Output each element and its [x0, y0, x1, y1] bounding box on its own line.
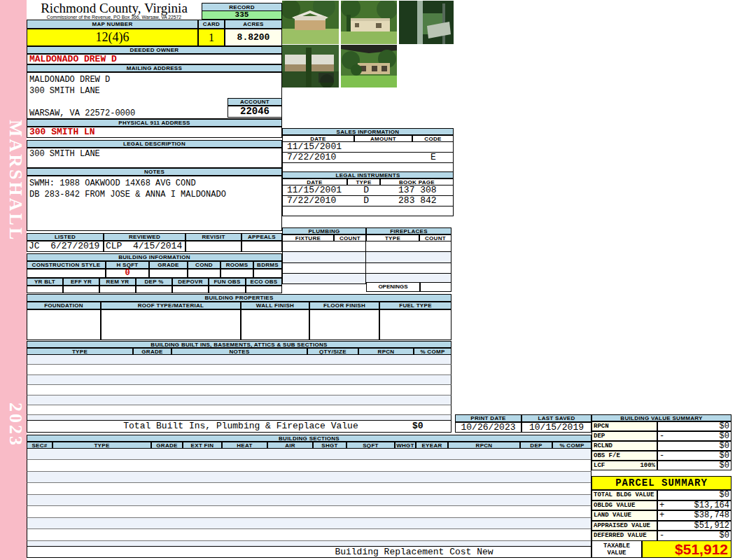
mailing-line: MALDONADO DREW D	[29, 74, 279, 85]
ps-op: +	[659, 511, 664, 520]
construction-style-label: CONSTRUCTION STYLE	[27, 261, 106, 269]
grade-label: GRADE	[149, 261, 188, 269]
empty-row	[27, 405, 451, 415]
ps-label: OBLDG VALUE	[592, 500, 657, 511]
photo-post-closeup[interactable]	[399, 1, 454, 44]
building-properties-title: BUILDING PROPERTIES	[27, 294, 451, 302]
openings-label: OPENINGS	[366, 282, 420, 292]
empty-row	[27, 506, 592, 518]
building-sections-title: BUILDING SECTIONS	[27, 435, 592, 442]
fireplaces-body	[366, 241, 451, 284]
wall-finish-label: WALL FINISH	[241, 302, 309, 309]
building-info-value-row1: 0	[27, 269, 282, 278]
bs-grade-label: GRADE	[151, 442, 183, 449]
photo-grid	[282, 0, 454, 88]
ps-row: APPRAISED VALUE $51,912	[592, 521, 732, 531]
bdrms-label: BDRMS	[253, 261, 282, 269]
bs-sqft-label: SQFT	[346, 442, 395, 449]
ps-row: TOTAL BLDG VALUE $0	[592, 490, 732, 500]
county-header: Richmond County, Virginia Commissioner o…	[28, 1, 200, 20]
empty-row	[283, 241, 365, 252]
deeded-owner-value: MALDONADO DREW D	[27, 54, 282, 64]
review-value-row: JC 6/27/2019 CLP 4/15/2014	[27, 241, 282, 252]
fixture-label: FIXTURE	[282, 234, 334, 241]
bvs-label-cell: LCF 100%	[592, 461, 657, 470]
building-value-summary-table: RPCN $0 DEP - $0 RCLND	[592, 421, 732, 470]
depovr-value	[172, 286, 209, 293]
bvs-label: LCF	[594, 462, 605, 469]
plumbing-body	[282, 241, 366, 284]
map-number-value: 12(4)6	[27, 29, 198, 46]
plumbing-count-label: COUNT	[334, 234, 366, 241]
building-properties-header-row: FOUNDATION ROOF TYPE/MATERIAL WALL FINIS…	[27, 302, 451, 309]
print-date-value: 10/26/2023	[455, 422, 522, 433]
notes-line: DB 283-842 FROM JOSE & ANNA I MALDONADO	[29, 189, 279, 200]
reviewed-value: CLP 4/15/2014	[104, 241, 186, 252]
ps-value-cell: $0	[657, 490, 732, 500]
built-ins-total-row: Total Built Ins, Plumbing & Fireplace Va…	[27, 420, 451, 433]
bi-comp-label: % COMP	[414, 348, 451, 355]
bs-type-label: TYPE	[52, 442, 151, 449]
map-number-label: MAP NUMBER	[27, 20, 198, 29]
rooms-label: ROOMS	[220, 261, 253, 269]
sales-code	[414, 142, 453, 152]
ps-op: +	[659, 501, 664, 510]
taxable-value: $51,912	[642, 540, 732, 558]
li-bookpage: 137 308	[382, 186, 453, 195]
card-value: 1	[198, 29, 225, 46]
empty-row	[283, 252, 365, 263]
property-record-card: MARSHALL 2023 Richmond County, Virginia …	[0, 0, 735, 560]
building-info-header-row2: YR BLT EFF YR REM YR DEP % DEPOVR FUN OB…	[27, 278, 282, 286]
photo-mobile-home[interactable]	[341, 1, 397, 44]
openings-row: OPENINGS	[366, 282, 451, 292]
appeals-label: APPEALS	[241, 233, 282, 241]
bvs-row: OBS F/E - $0	[592, 451, 732, 461]
depovr-label: DEPOVR	[172, 278, 209, 286]
bs-shgt-label: SHGT	[313, 442, 346, 449]
ecoobs-value	[246, 286, 282, 293]
ps-op: -	[659, 531, 664, 540]
sales-amount	[357, 153, 414, 162]
print-info-headers: PRINT DATE LAST SAVED	[455, 414, 592, 422]
plumbing-title: PLUMBING	[282, 227, 366, 234]
photo-backyard-building[interactable]	[341, 45, 397, 88]
bs-extfin-label: EXT FIN	[183, 442, 222, 449]
yrblt-value	[27, 286, 63, 293]
foundation-label: FOUNDATION	[27, 302, 101, 309]
empty-row	[283, 263, 365, 274]
yrblt-label: YR BLT	[27, 278, 63, 286]
empty-row	[283, 274, 365, 284]
ps-value-cell: - $0	[657, 531, 732, 541]
bs-air-label: AIR	[267, 442, 313, 449]
photo-roof-through-trees[interactable]	[282, 45, 339, 88]
fireplace-count-label: COUNT	[419, 234, 451, 241]
roof-label: ROOF TYPE/MATERIAL	[101, 302, 241, 309]
construction-style-value	[27, 269, 106, 278]
bs-comp-label: % COMP	[552, 442, 592, 449]
ps-label: DEFERRED VALUE	[592, 531, 657, 541]
bvs-value: $0	[720, 461, 729, 470]
empty-row	[27, 375, 451, 385]
bvs-value-cell: - $0	[657, 431, 732, 441]
ecoobs-label: ECO OBS	[246, 278, 282, 286]
bvs-value-cell: $0	[657, 421, 732, 431]
li-type: D	[350, 196, 382, 206]
legal-instruments-body: 11/15/2001 D 137 308 7/22/2010 D 283 842	[282, 186, 454, 216]
photo-shed[interactable]	[282, 1, 339, 44]
building-info-header-row1: CONSTRUCTION STYLE H SQFT GRADE COND ROO…	[27, 261, 282, 269]
building-info-value-row2	[27, 286, 282, 293]
sales-amount-label: AMOUNT	[354, 135, 412, 142]
bvs-value: $0	[720, 451, 729, 460]
legal-description-value: 300 SMITH LANE	[27, 148, 282, 168]
binder-strip	[0, 0, 27, 560]
taxable-value-row: TAXABLE VALUE $51,912	[592, 540, 732, 558]
map-header-row: MAP NUMBER CARD ACRES	[27, 20, 282, 29]
bi-notes-label: NOTES	[172, 348, 307, 355]
funobs-value	[209, 286, 246, 293]
bvs-label-cell: OBS F/E	[592, 451, 657, 461]
card-label: CARD	[198, 20, 225, 29]
fuel-type-label: FUEL TYPE	[379, 302, 451, 309]
empty-row	[366, 241, 451, 252]
bi-grade-label: GRADE	[133, 348, 172, 355]
account-label: ACCOUNT	[227, 98, 282, 106]
